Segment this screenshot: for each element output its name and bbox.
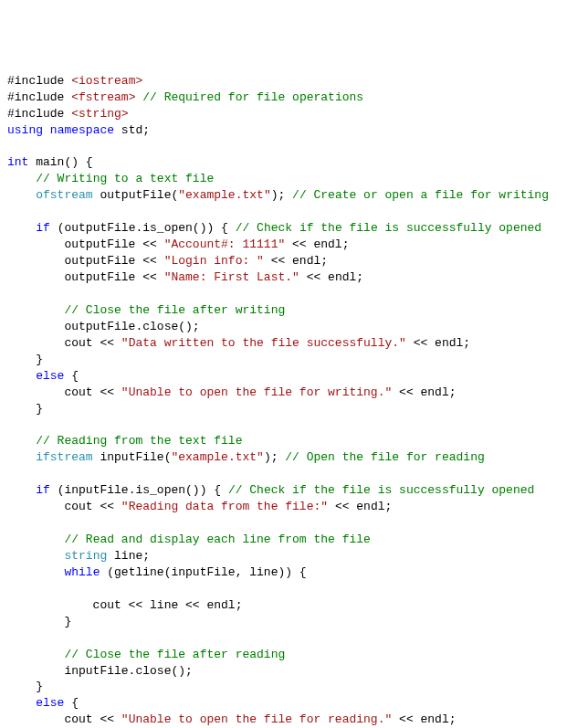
code-token: } <box>7 680 43 693</box>
code-token: <string> <box>71 107 128 121</box>
code-token: if <box>36 221 50 235</box>
code-token: (getline(inputFile, line)) { <box>100 565 306 579</box>
code-token: << endl; <box>299 270 363 284</box>
code-token: "Reading data from the file:" <box>121 500 328 513</box>
code-token: outputFile << <box>7 254 164 268</box>
code-token: (inputFile.is_open()) { <box>50 483 228 497</box>
code-token: // Check if the file is successfully ope… <box>236 221 541 235</box>
code-token <box>7 549 64 563</box>
code-token: // Writing to a text file <box>36 172 214 185</box>
code-token: outputFile << <box>7 270 164 284</box>
code-token: ); <box>264 450 285 464</box>
code-token <box>7 565 64 579</box>
code-token: "Account#: 11111" <box>164 237 286 251</box>
code-token: using <box>7 123 43 137</box>
code-token: outputFile.close(); <box>7 320 200 333</box>
code-token <box>7 303 64 317</box>
code-token: << endl; <box>392 385 456 399</box>
code-token: << endl; <box>406 336 470 350</box>
code-token: } <box>7 353 43 366</box>
code-token: else <box>36 369 64 383</box>
code-token: "example.txt" <box>171 450 263 464</box>
code-token: "Login info: " <box>164 254 264 268</box>
code-token: cout << <box>7 500 121 513</box>
code-token: #include <box>7 74 71 88</box>
code-token: inputFile.close(); <box>7 664 193 678</box>
code-token: // Create or open a file for writing <box>292 188 549 202</box>
code-token: outputFile << <box>7 237 164 251</box>
code-token: ifstream <box>36 450 92 464</box>
code-token: // Read and display each line from the f… <box>64 533 370 546</box>
code-token <box>7 188 36 202</box>
code-token: line; <box>107 549 150 563</box>
code-token: // Required for file operations <box>142 90 363 104</box>
code-token: <fstream> <box>71 90 135 104</box>
code-token: // Reading from the text file <box>36 434 242 448</box>
code-token: } <box>7 402 43 416</box>
code-token: int <box>7 155 28 169</box>
code-token: std; <box>114 123 150 137</box>
code-token: <iostream> <box>71 74 142 88</box>
code-token <box>7 369 36 383</box>
code-token: cout << <box>7 336 121 350</box>
code-token: // Open the file for reading <box>285 450 484 464</box>
code-token: outputFile( <box>93 188 179 202</box>
code-token <box>7 434 36 448</box>
code-token: << endl; <box>392 712 456 726</box>
code-token: << endl; <box>328 500 392 513</box>
code-token <box>7 648 64 661</box>
code-token: if <box>36 483 50 497</box>
code-token: // Check if the file is successfully ope… <box>228 483 534 497</box>
code-token: cout << <box>7 712 121 726</box>
code-token: else <box>36 696 64 710</box>
code-token <box>7 533 64 546</box>
code-token: "example.txt" <box>178 188 270 202</box>
code-token: #include <box>7 90 71 104</box>
code-token: // Close the file after writing <box>64 303 285 317</box>
code-token <box>43 123 50 137</box>
code-token <box>7 483 36 497</box>
code-token: while <box>64 565 100 579</box>
code-token: "Data written to the file successfully." <box>121 336 406 350</box>
code-token: cout << line << endl; <box>7 598 242 612</box>
code-token: ofstream <box>36 188 92 202</box>
code-token: main() { <box>28 155 92 169</box>
code-token: namespace <box>50 123 114 137</box>
code-token: string <box>64 549 107 563</box>
code-token <box>7 696 36 710</box>
code-token: "Unable to open the file for writing." <box>121 385 392 399</box>
code-token: { <box>64 369 79 383</box>
code-token: << endl; <box>285 237 349 251</box>
code-token: // Close the file after reading <box>64 648 285 661</box>
code-token: inputFile( <box>93 450 172 464</box>
code-token: ); <box>271 188 292 202</box>
code-token: } <box>7 615 71 628</box>
code-token: "Unable to open the file for reading." <box>121 712 392 726</box>
code-token: cout << <box>7 385 121 399</box>
code-block: #include <iostream> #include <fstream> /… <box>7 73 560 728</box>
code-token <box>7 450 36 464</box>
code-token: << endl; <box>264 254 328 268</box>
code-token: { <box>64 696 79 710</box>
code-token: #include <box>7 107 71 121</box>
code-token <box>7 221 36 235</box>
code-token <box>7 172 36 185</box>
code-token: "Name: First Last." <box>164 270 299 284</box>
code-token: (outputFile.is_open()) { <box>50 221 236 235</box>
